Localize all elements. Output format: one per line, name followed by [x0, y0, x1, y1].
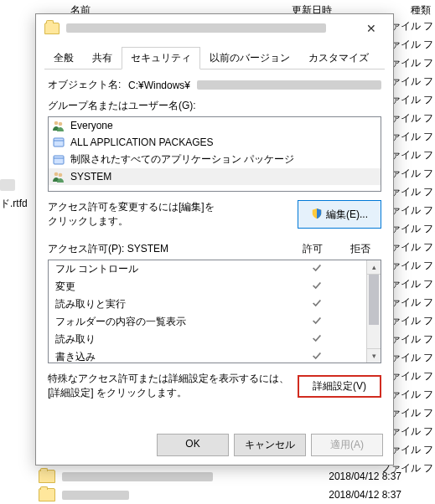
- advanced-button[interactable]: 詳細設定(V): [298, 375, 381, 398]
- permission-name: 読み取りと実行: [55, 297, 293, 311]
- edit-hint: アクセス許可を変更するには[編集]をクリックします。: [48, 200, 298, 229]
- tab-security[interactable]: セキュリティ: [122, 47, 200, 69]
- col-deny: 拒否: [339, 242, 381, 256]
- object-name-label: オブジェクト名:: [48, 78, 128, 92]
- permission-allow: [293, 262, 340, 276]
- svg-point-0: [54, 121, 59, 126]
- tab-content: オブジェクト名: C:¥Windows¥ グループ名またはユーザー名(G): E…: [36, 69, 393, 425]
- tab-customize[interactable]: カスタマイズ: [299, 47, 378, 69]
- check-icon: [311, 332, 323, 344]
- permission-name: 書き込み: [55, 350, 293, 363]
- permission-allow: [293, 280, 340, 294]
- scroll-down-icon[interactable]: ▾: [367, 348, 381, 363]
- check-icon: [311, 315, 323, 327]
- edit-row: アクセス許可を変更するには[編集]をクリックします。 編集(E)...: [48, 200, 381, 229]
- check-icon: [311, 262, 323, 274]
- svg-rect-4: [54, 156, 64, 164]
- shield-icon: [311, 208, 323, 222]
- group-item-system[interactable]: SYSTEM: [49, 168, 381, 185]
- edit-button[interactable]: 編集(E)...: [298, 200, 381, 229]
- permissions-label: アクセス許可(P): SYSTEM: [48, 242, 286, 256]
- package-icon: [52, 153, 65, 167]
- groups-listbox[interactable]: EveryoneALL APPLICATION PACKAGES制限されたすべて…: [48, 116, 381, 192]
- permission-name: フル コントロール: [55, 262, 293, 276]
- titlebar: ✕: [36, 14, 393, 43]
- cancel-button[interactable]: キャンセル: [234, 434, 306, 456]
- object-name-row: オブジェクト名: C:¥Windows¥: [48, 78, 381, 92]
- object-name-value: C:¥Windows¥: [128, 80, 381, 91]
- scroll-up-icon[interactable]: ▴: [367, 260, 381, 275]
- group-item-all-application-packages[interactable]: ALL APPLICATION PACKAGES: [49, 134, 381, 151]
- check-icon: [311, 297, 323, 309]
- sidebar-item-rtfd[interactable]: ド.rtfd: [0, 197, 28, 211]
- group-item--[interactable]: 制限されたすべてのアプリケーション パッケージ: [49, 151, 381, 168]
- group-item-label: Everyone: [70, 120, 113, 131]
- permission-row[interactable]: 書き込み: [49, 348, 381, 363]
- permission-allow: [293, 332, 340, 347]
- tabstrip: 全般 共有 セキュリティ 以前のバージョン カスタマイズ: [44, 46, 385, 69]
- folder-icon: [39, 488, 55, 501]
- svg-rect-2: [54, 138, 64, 147]
- file-date: 2018/04/12 8:37: [329, 489, 401, 501]
- check-icon: [311, 280, 323, 291]
- permission-name: 変更: [55, 280, 293, 294]
- apply-button: 適用(A): [311, 434, 383, 456]
- group-item-label: 制限されたすべてのアプリケーション パッケージ: [70, 152, 294, 167]
- blurred-filename: [62, 472, 213, 481]
- permission-row[interactable]: フル コントロール: [49, 260, 381, 278]
- users-icon: [52, 119, 65, 132]
- svg-point-7: [59, 173, 63, 177]
- advanced-row: 特殊なアクセス許可または詳細設定を表示するには、[詳細設定] をクリックします。…: [48, 372, 381, 400]
- svg-point-1: [59, 122, 63, 126]
- close-button[interactable]: ✕: [355, 16, 388, 41]
- permission-row[interactable]: 読み取り: [49, 331, 381, 348]
- permission-allow: [293, 297, 340, 311]
- users-icon: [52, 170, 65, 183]
- scrollbar[interactable]: ▴ ▾: [366, 260, 381, 363]
- advanced-hint: 特殊なアクセス許可または詳細設定を表示するには、[詳細設定] をクリックします。: [48, 372, 298, 400]
- group-item-label: ALL APPLICATION PACKAGES: [70, 136, 214, 148]
- explorer-bottom-rows: 2018/04/12 8:37 2018/04/12 8:37: [39, 467, 435, 504]
- dialog-title: [66, 23, 355, 33]
- permission-row[interactable]: 読み取りと実行: [49, 296, 381, 313]
- edit-button-label: 編集(E)...: [326, 208, 368, 222]
- blurred-path: [197, 80, 381, 90]
- object-path-prefix: C:¥Windows¥: [128, 80, 190, 91]
- dialog-footer: OK キャンセル 適用(A): [36, 425, 393, 465]
- tab-previous-versions[interactable]: 以前のバージョン: [200, 47, 299, 69]
- explorer-left-frag: ド.rtfd: [0, 176, 35, 213]
- package-icon: [52, 136, 65, 149]
- scroll-thumb[interactable]: [369, 275, 379, 325]
- groups-label: グループ名またはユーザー名(G):: [48, 99, 381, 113]
- properties-dialog: ✕ 全般 共有 セキュリティ 以前のバージョン カスタマイズ オブジェクト名: …: [35, 13, 394, 465]
- check-icon: [311, 350, 323, 362]
- permissions-header: アクセス許可(P): SYSTEM 許可 拒否: [48, 242, 381, 256]
- blurred-filename: [62, 491, 129, 500]
- tab-general[interactable]: 全般: [44, 47, 83, 69]
- folder-icon: [39, 470, 55, 483]
- permission-row[interactable]: フォルダーの内容の一覧表示: [49, 313, 381, 331]
- groups-label-text: グループ名またはユーザー名(G):: [48, 99, 196, 113]
- permission-allow: [293, 315, 340, 329]
- ok-button[interactable]: OK: [157, 434, 229, 456]
- col-allow: 許可: [286, 242, 339, 256]
- col-kind[interactable]: 種類: [411, 3, 431, 18]
- file-date: 2018/04/12 8:37: [329, 471, 401, 482]
- permission-name: フォルダーの内容の一覧表示: [55, 315, 293, 329]
- group-item-everyone[interactable]: Everyone: [49, 117, 381, 134]
- folder-icon: [44, 23, 60, 34]
- group-item-label: SYSTEM: [70, 171, 111, 183]
- permissions-listbox[interactable]: フル コントロール変更読み取りと実行フォルダーの内容の一覧表示読み取り書き込み …: [48, 260, 381, 363]
- permission-allow: [293, 350, 340, 363]
- permission-name: 読み取り: [55, 332, 293, 347]
- permission-row[interactable]: 変更: [49, 278, 381, 296]
- svg-point-6: [54, 172, 59, 177]
- tab-share[interactable]: 共有: [83, 47, 122, 69]
